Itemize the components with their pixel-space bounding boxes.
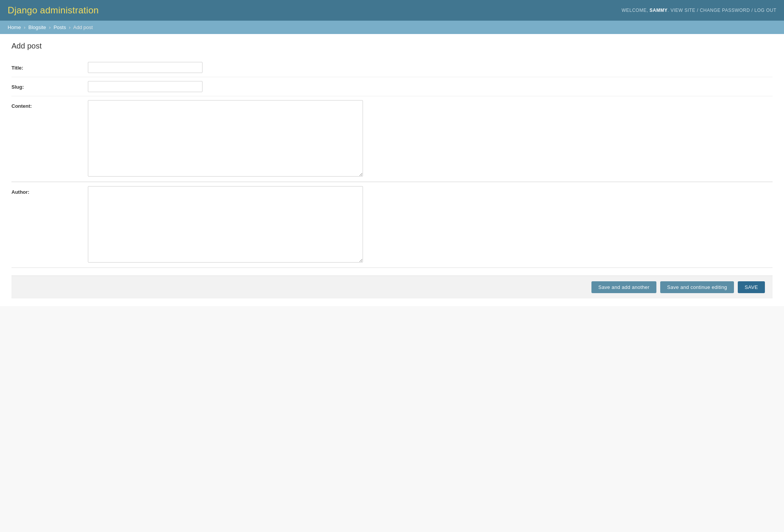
- breadcrumb-app[interactable]: Blogsite: [28, 24, 46, 30]
- submit-row: Save and add another Save and continue e…: [11, 276, 773, 298]
- form-row-slug: Slug:: [11, 77, 773, 96]
- form-row-author: Author:: [11, 182, 773, 268]
- user-info: WELCOME, SAMMY. VIEW SITE / CHANGE PASSW…: [622, 8, 776, 13]
- form-row-content: Content:: [11, 96, 773, 182]
- title-label: Title:: [11, 62, 88, 71]
- breadcrumb-current: Add post: [73, 24, 93, 30]
- slug-field-wrapper: [88, 81, 773, 92]
- title-input[interactable]: [88, 62, 202, 73]
- save-button[interactable]: SAVE: [738, 281, 765, 293]
- breadcrumb: Home › Blogsite › Posts › Add post: [0, 21, 784, 34]
- welcome-text: WELCOME,: [622, 8, 648, 13]
- author-label: Author:: [11, 186, 88, 195]
- content-label: Content:: [11, 100, 88, 109]
- breadcrumb-separator-3: ›: [69, 24, 70, 30]
- breadcrumb-separator-2: ›: [49, 24, 50, 30]
- slug-label: Slug:: [11, 81, 88, 90]
- author-textarea[interactable]: [88, 186, 363, 263]
- username: SAMMY: [650, 8, 667, 13]
- save-continue-editing-button[interactable]: Save and continue editing: [660, 281, 734, 293]
- add-post-form: Title: Slug: Content:: [11, 58, 773, 298]
- title-field-wrapper: [88, 62, 773, 73]
- page-title: Add post: [11, 42, 773, 50]
- slug-input[interactable]: [88, 81, 202, 92]
- content-main: Add post Title: Slug: Content:: [0, 34, 784, 306]
- breadcrumb-home[interactable]: Home: [8, 24, 21, 30]
- separator-1: /: [697, 8, 698, 13]
- breadcrumb-separator-1: ›: [24, 24, 25, 30]
- site-title: Django administration: [8, 5, 99, 16]
- header: Django administration WELCOME, SAMMY. VI…: [0, 0, 784, 21]
- bottom-divider: [11, 268, 773, 268]
- breadcrumb-model[interactable]: Posts: [53, 24, 66, 30]
- form-row-title: Title:: [11, 58, 773, 77]
- author-field-wrapper: [88, 186, 773, 264]
- content-textarea[interactable]: [88, 100, 363, 177]
- change-password-link[interactable]: CHANGE PASSWORD: [700, 8, 750, 13]
- view-site-link[interactable]: VIEW SITE: [671, 8, 695, 13]
- separator-2: /: [752, 8, 753, 13]
- content-field-wrapper: [88, 100, 773, 178]
- save-add-another-button[interactable]: Save and add another: [591, 281, 656, 293]
- log-out-link[interactable]: LOG OUT: [754, 8, 776, 13]
